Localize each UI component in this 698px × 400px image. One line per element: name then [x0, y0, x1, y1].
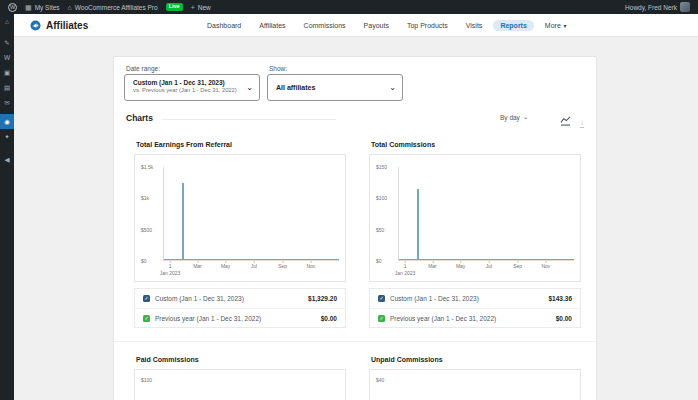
sidebar-item-comments[interactable]: ✉	[0, 95, 14, 110]
site-name-label: WooCommerce Affiliates Pro	[75, 4, 158, 11]
y-axis-tick: $150	[376, 164, 387, 170]
legend-value: $0.00	[321, 315, 337, 322]
content-area: Date range: Custom (Jan 1 - Dec 31, 2023…	[14, 37, 698, 400]
sidebar-item-affiliates[interactable]: ◉	[0, 114, 14, 129]
show-affiliates-dropdown[interactable]: All affiliates ⌄	[267, 74, 403, 101]
data-spike	[182, 183, 184, 261]
legend-label: Previous year (Jan 1 - Dec 31, 2022)	[155, 315, 261, 322]
top-navigation: Dashboard Affiliates Commissions Payouts…	[200, 14, 573, 37]
legend-value: $1,329.20	[308, 295, 337, 302]
howdy-label: Howdy, Fred Nerk	[625, 4, 677, 11]
x-axis-tick: Jul	[486, 263, 492, 270]
wordpress-logo-icon[interactable]: W	[8, 3, 17, 12]
sidebar-item-dashboard[interactable]: ⌂	[0, 14, 14, 29]
interval-dropdown[interactable]: By day ⌄	[500, 113, 528, 121]
data-spike	[417, 189, 419, 260]
plugin-header: Affiliates Dashboard Affiliates Commissi…	[14, 14, 698, 37]
legend-row-previous: ✓ Previous year (Jan 1 - Dec 31, 2022) $…	[135, 308, 345, 327]
x-axis-tick: Jul	[251, 263, 257, 270]
admin-bar: W ▦ My Sites ⌂ WooCommerce Affiliates Pr…	[0, 0, 698, 14]
legend-total-commissions: ✓ Custom (Jan 1 - Dec 31, 2023) $143.36 …	[369, 288, 581, 328]
plugin-brand: Affiliates	[30, 20, 88, 31]
tab-visits[interactable]: Visits	[459, 20, 490, 31]
chart-title-paid-commissions: Paid Commissions	[136, 356, 199, 363]
y-axis-tick: $40	[376, 377, 384, 383]
chart-paid-commissions: $100	[134, 369, 346, 400]
download-icon: ↓	[580, 119, 584, 128]
sidebar-item-pages[interactable]: ▤	[0, 80, 14, 95]
page-title: Affiliates	[46, 20, 88, 31]
tab-dashboard[interactable]: Dashboard	[200, 20, 248, 31]
y-axis-tick: $1k	[141, 195, 149, 201]
x-axis-tick: May	[456, 263, 465, 270]
date-range-dropdown[interactable]: Custom (Jan 1 - Dec 31, 2023) vs. Previo…	[124, 74, 260, 101]
date-range-value: Custom (Jan 1 - Dec 31, 2023)	[133, 79, 243, 86]
sidebar-item-plugins[interactable]: ✦	[0, 129, 14, 144]
charts-heading: Charts	[126, 113, 153, 123]
sidebar-item-collapse[interactable]: ◀	[0, 152, 14, 167]
tab-more[interactable]: More ▾	[538, 20, 574, 31]
new-label: New	[198, 4, 211, 11]
tab-affiliates[interactable]: Affiliates	[252, 20, 292, 31]
tab-top-products[interactable]: Top Products	[400, 20, 455, 31]
section-divider	[114, 341, 596, 342]
x-axis: 1Jan 2023MarMayJulSepNov	[163, 263, 339, 279]
line-chart-icon	[560, 116, 571, 126]
legend-total-earnings: ✓ Custom (Jan 1 - Dec 31, 2023) $1,329.2…	[134, 288, 346, 328]
plot-area	[163, 167, 339, 261]
howdy-menu[interactable]: Howdy, Fred Nerk	[625, 2, 690, 12]
woocommerce-icon: W	[4, 54, 10, 61]
chart-total-earnings: 1Jan 2023MarMayJulSepNov $1.5k$1k$500$0	[134, 154, 346, 282]
x-axis-tick: Sep	[278, 263, 287, 270]
sidebar-item-woocommerce[interactable]: W	[0, 50, 14, 65]
sidebar-item-posts[interactable]: ✎	[0, 35, 14, 50]
download-button[interactable]: ↓	[580, 111, 584, 129]
y-axis-tick: $500	[141, 227, 152, 233]
legend-label: Custom (Jan 1 - Dec 31, 2023)	[155, 295, 244, 302]
x-axis-tick: 1Jan 2023	[395, 263, 416, 276]
legend-row-current: ✓ Custom (Jan 1 - Dec 31, 2023) $1,329.2…	[135, 289, 345, 308]
legend-value: $143.36	[549, 295, 573, 302]
date-range-label: Date range:	[126, 65, 160, 72]
legend-value: $0.00	[556, 315, 572, 322]
y-axis-tick: $100	[141, 377, 152, 383]
pages-icon: ▤	[4, 84, 10, 92]
sidebar-item-media[interactable]: ▣	[0, 65, 14, 80]
y-axis-tick: $0	[141, 258, 147, 264]
tab-reports[interactable]: Reports	[493, 20, 533, 31]
charts-heading-divider	[162, 119, 336, 120]
chart-title-total-earnings: Total Earnings From Referral	[136, 141, 232, 148]
legend-row-current: ✓ Custom (Jan 1 - Dec 31, 2023) $143.36	[370, 289, 580, 308]
posts-icon: ✎	[4, 39, 9, 47]
new-menu[interactable]: + New	[191, 4, 211, 11]
affiliates-icon: ◉	[4, 118, 10, 126]
dashboard-icon: ⌂	[5, 18, 9, 25]
x-axis-tick: Mar	[193, 263, 202, 270]
checkbox-checked-icon[interactable]: ✓	[378, 315, 385, 322]
chart-title-unpaid-commissions: Unpaid Commissions	[371, 356, 443, 363]
site-name-menu[interactable]: ⌂ WooCommerce Affiliates Pro	[68, 4, 158, 11]
my-sites-menu[interactable]: ▦ My Sites	[25, 4, 60, 11]
x-axis-tick: Nov	[541, 263, 550, 270]
line-chart-type-button[interactable]	[560, 112, 571, 130]
x-axis-tick: 1Jan 2023	[160, 263, 181, 276]
wp-admin-sidebar: ⌂ ✎ W ▣ ▤ ✉ ◉ ✦ ◀	[0, 14, 14, 400]
checkbox-checked-icon[interactable]: ✓	[378, 295, 385, 302]
legend-row-previous: ✓ Previous year (Jan 1 - Dec 31, 2022) $…	[370, 308, 580, 327]
x-axis-tick: Mar	[428, 263, 437, 270]
my-sites-label: My Sites	[35, 4, 60, 11]
checkbox-checked-icon[interactable]: ✓	[143, 295, 150, 302]
data-baseline	[399, 259, 574, 260]
tab-commissions[interactable]: Commissions	[297, 20, 353, 31]
grid-icon: ▦	[25, 4, 32, 11]
x-axis: 1Jan 2023MarMayJulSepNov	[398, 263, 574, 279]
chevron-down-icon: ⌄	[523, 113, 528, 121]
chart-total-commissions: 1Jan 2023MarMayJulSepNov $150$100$50$0	[369, 154, 581, 282]
data-baseline	[164, 259, 339, 260]
chart-unpaid-commissions: $40	[369, 369, 581, 400]
reports-card: Date range: Custom (Jan 1 - Dec 31, 2023…	[113, 56, 597, 400]
interval-value: By day	[500, 114, 520, 121]
checkbox-checked-icon[interactable]: ✓	[143, 315, 150, 322]
y-axis-tick: $0	[376, 258, 382, 264]
tab-payouts[interactable]: Payouts	[357, 20, 396, 31]
